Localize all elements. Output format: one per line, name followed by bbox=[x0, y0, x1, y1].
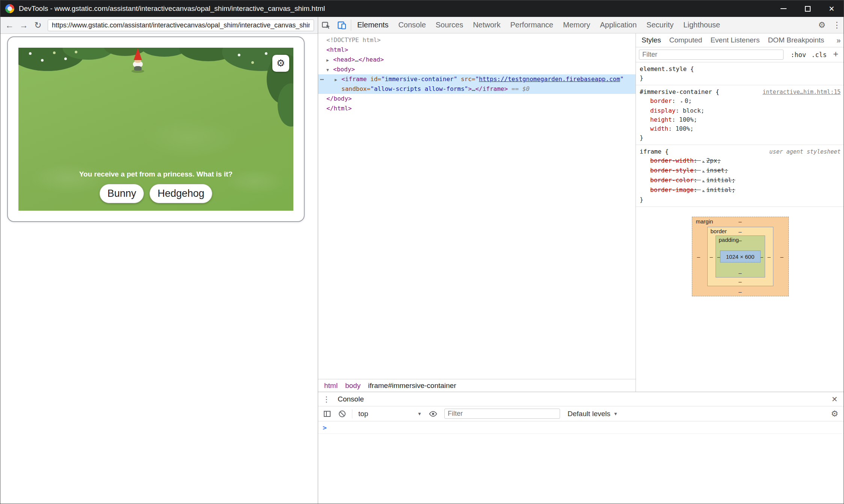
css-property[interactable]: display: block; bbox=[640, 106, 841, 115]
breadcrumb-html[interactable]: html bbox=[320, 382, 341, 390]
dom-tree-node[interactable]: </html> bbox=[318, 104, 636, 113]
css-property-value[interactable]: block; bbox=[683, 107, 705, 114]
rule-selector[interactable]: #immersive-container { bbox=[640, 88, 719, 97]
console-settings-button[interactable]: ⚙ bbox=[827, 409, 842, 419]
css-property-value[interactable]: 100%; bbox=[675, 125, 693, 132]
devtools-settings-button[interactable]: ⚙ bbox=[814, 20, 829, 30]
clear-console-button[interactable] bbox=[335, 407, 349, 421]
node-overflow-dots[interactable]: ⋯ bbox=[320, 74, 324, 84]
url-input[interactable] bbox=[48, 20, 314, 31]
margin-left-value[interactable]: – bbox=[697, 254, 700, 260]
tab-performance[interactable]: Performance bbox=[506, 17, 559, 33]
dom-tree-node[interactable]: </body> bbox=[318, 94, 636, 104]
css-property[interactable]: border-style: ▸inset; bbox=[640, 166, 841, 176]
styles-tab-computed[interactable]: Computed bbox=[665, 33, 707, 47]
tab-application[interactable]: Application bbox=[595, 17, 642, 33]
css-property-name[interactable]: border-width bbox=[650, 157, 694, 164]
expand-arrow-icon[interactable]: ▸ bbox=[679, 99, 685, 104]
toggle-classes-button[interactable]: .cls bbox=[809, 50, 829, 59]
css-property-name[interactable]: border-image bbox=[650, 186, 694, 193]
margin-bottom-value[interactable]: – bbox=[738, 288, 741, 295]
dom-tree-node[interactable]: sandbox="allow-scripts allow-forms">…</i… bbox=[318, 84, 636, 94]
css-property-value[interactable]: initial; bbox=[706, 186, 735, 193]
drawer-tab-console[interactable]: Console bbox=[333, 395, 368, 403]
css-property-name[interactable]: height bbox=[650, 116, 672, 123]
css-property-value[interactable]: 0; bbox=[685, 97, 692, 104]
inspect-element-button[interactable] bbox=[318, 17, 334, 33]
css-property[interactable]: height: 100%; bbox=[640, 115, 841, 124]
tab-elements[interactable]: Elements bbox=[352, 17, 393, 33]
border-left-value[interactable]: – bbox=[710, 254, 713, 260]
styles-tab-styles[interactable]: Styles bbox=[637, 33, 665, 47]
resource-link[interactable]: https://testgnomegarden.firebaseapp.com bbox=[479, 75, 620, 83]
minimize-button[interactable] bbox=[772, 0, 796, 17]
maximize-button[interactable] bbox=[796, 0, 820, 17]
css-property-name[interactable]: border-style bbox=[650, 167, 694, 174]
tab-console[interactable]: Console bbox=[393, 17, 430, 33]
console-prompt[interactable]: > bbox=[318, 421, 844, 434]
scene-settings-button[interactable]: ⚙ bbox=[272, 55, 289, 72]
tab-sources[interactable]: Sources bbox=[431, 17, 468, 33]
styles-tab-dom-breakpoints[interactable]: DOM Breakpoints bbox=[764, 33, 828, 47]
expand-arrow-icon[interactable]: ▶ bbox=[326, 56, 333, 65]
css-property[interactable]: width: 100%; bbox=[640, 124, 841, 133]
css-property-value[interactable]: initial; bbox=[706, 177, 735, 184]
expand-arrow-icon[interactable]: ▸ bbox=[701, 178, 707, 183]
css-property[interactable]: border-color: ▸initial; bbox=[640, 176, 841, 186]
expand-arrow-icon[interactable]: ▸ bbox=[701, 188, 707, 193]
console-sidebar-button[interactable] bbox=[320, 407, 334, 421]
css-property[interactable]: border-width: ▸2px; bbox=[640, 156, 841, 166]
breadcrumb-body[interactable]: body bbox=[341, 382, 364, 390]
margin-right-value[interactable]: – bbox=[780, 254, 783, 260]
css-property-name[interactable]: display bbox=[650, 107, 675, 114]
box-model-margin[interactable]: margin – – – – border – – – – padding bbox=[692, 217, 789, 296]
styles-filter-input[interactable] bbox=[639, 50, 784, 60]
box-model-border[interactable]: border – – – – padding – – – – 10 bbox=[707, 227, 773, 286]
log-levels-select[interactable]: Default levels ▼ bbox=[565, 410, 621, 418]
live-expression-button[interactable] bbox=[426, 407, 440, 421]
border-top-value[interactable]: – bbox=[738, 228, 741, 235]
styles-tab-event-listeners[interactable]: Event Listeners bbox=[706, 33, 764, 47]
devtools-menu-button[interactable]: ⋮ bbox=[829, 20, 844, 30]
tab-security[interactable]: Security bbox=[642, 17, 678, 33]
dom-tree-node[interactable]: <!DOCTYPE html> bbox=[318, 35, 636, 45]
console-filter-input[interactable] bbox=[444, 409, 560, 419]
margin-top-value[interactable]: – bbox=[738, 218, 741, 225]
device-toolbar-button[interactable] bbox=[334, 17, 350, 33]
expand-arrow-icon[interactable]: ▼ bbox=[326, 65, 333, 75]
expand-arrow-icon[interactable]: ▸ bbox=[701, 169, 707, 174]
toggle-element-state-button[interactable]: :hov bbox=[789, 50, 808, 59]
css-property-value[interactable]: inset; bbox=[706, 167, 728, 174]
stylesheet-link[interactable]: interactive…him.html:15 bbox=[759, 88, 841, 97]
tab-lighthouse[interactable]: Lighthouse bbox=[678, 17, 725, 33]
tab-network[interactable]: Network bbox=[468, 17, 505, 33]
css-property-name[interactable]: border-color bbox=[650, 177, 694, 184]
reload-button[interactable]: ↻ bbox=[31, 18, 45, 32]
rule-selector[interactable]: element.style { bbox=[640, 65, 694, 74]
drawer-close-button[interactable]: ✕ bbox=[826, 395, 843, 404]
expand-arrow-icon[interactable]: ▶ bbox=[335, 75, 341, 85]
box-model-content[interactable]: 1024 × 600 bbox=[720, 250, 761, 263]
close-button[interactable]: ✕ bbox=[820, 0, 844, 17]
box-model-padding[interactable]: padding – – – – 1024 × 600 bbox=[716, 235, 765, 278]
execution-context-select[interactable]: top ▼ bbox=[355, 410, 425, 418]
css-property[interactable]: border-image: ▸initial; bbox=[640, 186, 841, 195]
breadcrumb-iframe[interactable]: iframe#immersive-container bbox=[364, 382, 460, 390]
back-button[interactable]: ← bbox=[3, 18, 16, 32]
more-tabs-icon[interactable]: » bbox=[833, 36, 844, 45]
border-right-value[interactable]: – bbox=[767, 254, 770, 260]
tab-memory[interactable]: Memory bbox=[558, 17, 595, 33]
dom-tree-node[interactable]: ▼<body> bbox=[318, 65, 636, 74]
new-style-rule-button[interactable]: + bbox=[830, 49, 841, 61]
dom-tree-node[interactable]: ▶<head>…</head> bbox=[318, 55, 636, 65]
css-property-name[interactable]: width bbox=[650, 125, 668, 132]
border-bottom-value[interactable]: – bbox=[738, 278, 741, 285]
padding-bottom-value[interactable]: – bbox=[738, 270, 741, 276]
css-property-value[interactable]: 100%; bbox=[679, 116, 697, 123]
css-property[interactable]: border: ▸0; bbox=[640, 97, 841, 106]
rule-selector[interactable]: iframe { bbox=[640, 147, 669, 156]
padding-top-value[interactable]: – bbox=[738, 237, 741, 243]
drawer-menu-button[interactable]: ⋮ bbox=[320, 395, 333, 404]
dom-tree-node[interactable]: <html> bbox=[318, 45, 636, 55]
expand-arrow-icon[interactable]: ▸ bbox=[701, 159, 707, 164]
